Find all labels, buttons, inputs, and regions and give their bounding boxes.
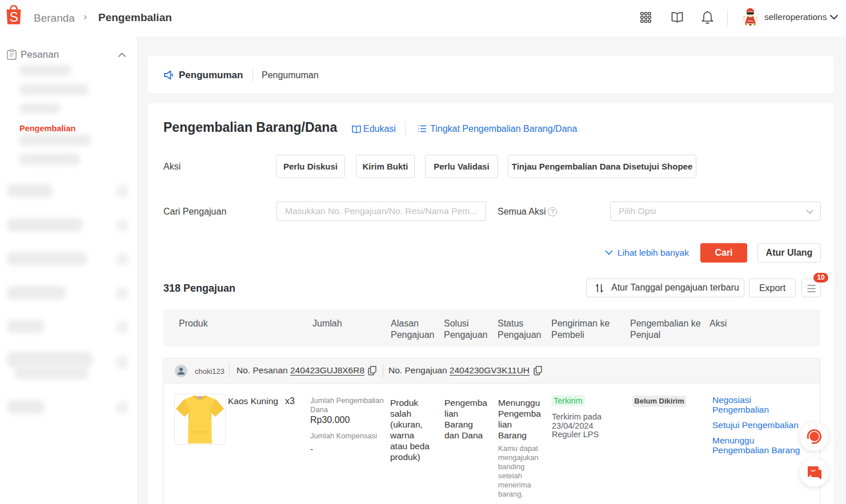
svg-text:S: S — [10, 10, 18, 25]
